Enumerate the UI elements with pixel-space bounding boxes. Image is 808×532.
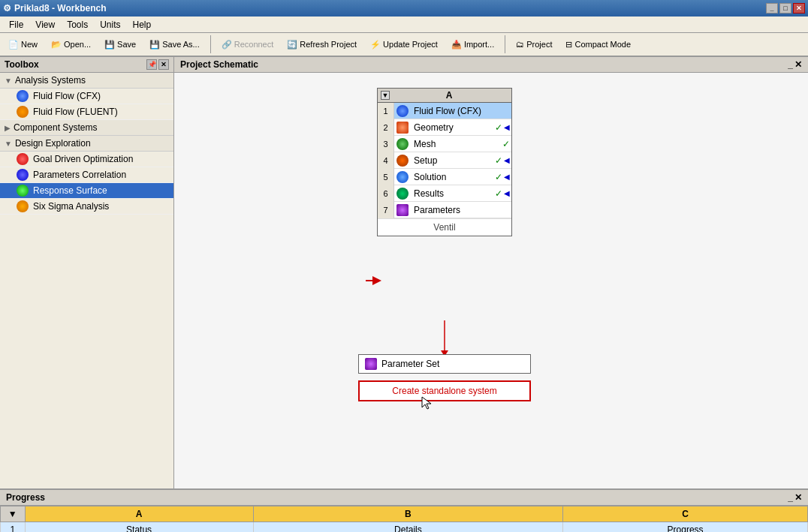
save-as-button[interactable]: 💾 Save As... (144, 38, 205, 52)
save-icon: 💾 (104, 40, 115, 50)
component-systems-section: ▶ Component Systems (0, 120, 173, 136)
menu-units[interactable]: Units (94, 18, 126, 32)
progress-cell-status: Status (25, 522, 253, 533)
create-standalone-label: Create standalone system (392, 386, 496, 396)
toolbox-item-params-correlation[interactable]: Parameters Correlation (0, 167, 173, 183)
titlebar: ⚙ Priklad8 - Workbench _ □ ✕ (0, 0, 808, 17)
system-row-4[interactable]: 4 Setup ✓ ◀ (378, 152, 511, 169)
progress-dropdown-header: ▼ (1, 506, 26, 522)
new-icon: 📄 (8, 40, 19, 50)
row-icon-mesh (396, 138, 409, 150)
system-row-7[interactable]: 7 Parameters (378, 202, 511, 218)
row-num-3: 3 (378, 136, 394, 152)
toolbox-item-cfx[interactable]: Fluid Flow (CFX) (0, 89, 173, 104)
system-row-6[interactable]: 6 Results ✓ ◀ (378, 185, 511, 202)
import-icon: 📥 (451, 40, 462, 50)
separator-2 (505, 35, 505, 53)
check-icon-5: ✓ (495, 172, 502, 182)
progress-minimize-button[interactable]: _ (788, 492, 793, 503)
design-exploration-label: Design Exploration (15, 138, 91, 149)
toolbox-item-response-surface[interactable]: Response Surface (0, 183, 173, 199)
window-controls: _ □ ✕ (766, 3, 805, 14)
reconnect-button[interactable]: 🔗 Reconnect (216, 38, 279, 52)
project-title: Project Schematic (180, 59, 258, 70)
cfx-icon (17, 90, 29, 102)
progress-table-row-1: 1 Status Details Progress (1, 522, 808, 533)
project-minimize-button[interactable]: _ (788, 59, 793, 70)
progress-row-num-1: 1 (1, 522, 26, 533)
close-button[interactable]: ✕ (793, 3, 805, 14)
new-button[interactable]: 📄 New (3, 38, 43, 52)
param-set-label: Parameter Set (381, 359, 439, 369)
menu-help[interactable]: Help (127, 18, 158, 32)
menu-file[interactable]: File (3, 18, 29, 32)
menu-tools[interactable]: Tools (61, 18, 94, 32)
system-row-3[interactable]: 3 Mesh ✓ (378, 136, 511, 152)
design-exploration-header[interactable]: ▼ Design Exploration (0, 136, 173, 152)
component-systems-header[interactable]: ▶ Component Systems (0, 120, 173, 136)
component-systems-label: Component Systems (14, 122, 97, 133)
save-button[interactable]: 💾 Save (99, 38, 141, 52)
arrow-icon-4: ◀ (504, 156, 510, 164)
params-correlation-label: Parameters Correlation (33, 170, 126, 180)
row-name-7: Parameters (411, 205, 511, 215)
maximize-button[interactable]: □ (779, 3, 791, 14)
analysis-systems-header[interactable]: ▼ Analysis Systems (0, 73, 173, 89)
progress-table-header-row: ▼ A B C (1, 506, 808, 522)
app-title: Priklad8 - Workbench (14, 3, 106, 14)
menu-view[interactable]: View (29, 18, 61, 32)
project-header-controls: _ ✕ (788, 59, 802, 70)
row-icon-param (396, 204, 409, 216)
progress-close-button[interactable]: ✕ (794, 492, 802, 503)
cfx-label: Fluid Flow (CFX) (33, 91, 101, 101)
compact-mode-button[interactable]: ⊟ Compact Mode (560, 38, 636, 52)
progress-header: Progress _ ✕ (0, 490, 808, 506)
import-button[interactable]: 📥 Import... (446, 38, 499, 52)
title-area: ⚙ Priklad8 - Workbench (3, 3, 106, 14)
expand-icon-3: ▼ (5, 140, 12, 148)
reconnect-icon: 🔗 (222, 40, 232, 50)
separator-1 (210, 35, 211, 53)
response-surface-label: Response Surface (33, 185, 107, 196)
toolbox-controls: 📌 ✕ (146, 59, 169, 70)
system-row-1[interactable]: 1 Fluid Flow (CFX) (378, 103, 511, 119)
app-icon: ⚙ (3, 3, 11, 14)
progress-cell-progress: Progress (563, 522, 808, 533)
params-correlation-icon (17, 169, 29, 181)
toolbox-item-six-sigma[interactable]: Six Sigma Analysis (0, 199, 173, 215)
toolbox-pin-button[interactable]: 📌 (146, 59, 157, 70)
minimize-button[interactable]: _ (766, 3, 778, 14)
menubar: File View Tools Units Help (0, 17, 808, 33)
progress-header-controls: _ ✕ (788, 492, 802, 503)
update-button[interactable]: ⚡ Update Project (365, 38, 443, 52)
parameter-set-box[interactable]: Parameter Set (358, 354, 531, 374)
response-surface-icon (17, 185, 29, 197)
design-exploration-section: ▼ Design Exploration Goal Driven Optimiz… (0, 136, 173, 215)
refresh-button[interactable]: 🔄 Refresh Project (282, 38, 362, 52)
system-row-2[interactable]: 2 Geometry ✓ ◀ (378, 119, 511, 136)
row-num-2: 2 (378, 119, 394, 136)
project-close-button[interactable]: ✕ (794, 59, 802, 70)
toolbox-item-fluent[interactable]: Fluid Flow (FLUENT) (0, 104, 173, 120)
row-name-3: Mesh (411, 139, 502, 149)
arrow-icon-5: ◀ (504, 173, 510, 181)
progress-col-b-header: B (253, 506, 563, 522)
row-num-4: 4 (378, 152, 394, 169)
row-name-2: Geometry (411, 122, 495, 133)
toolbox-item-goal[interactable]: Goal Driven Optimization (0, 152, 173, 167)
row-icon-cfx (396, 105, 409, 117)
row-icon-geo (396, 122, 409, 134)
six-sigma-icon (17, 200, 29, 212)
system-a-collapse[interactable]: ▼ (381, 91, 390, 100)
system-row-5[interactable]: 5 Solution ✓ ◀ (378, 169, 511, 185)
progress-table: ▼ A B C 1 Status Details Progress (0, 506, 808, 532)
goal-icon (17, 153, 29, 165)
create-standalone-system-box[interactable]: Create standalone system (358, 380, 531, 401)
toolbox-close-button[interactable]: ✕ (158, 59, 169, 70)
goal-label: Goal Driven Optimization (33, 154, 133, 164)
project-button[interactable]: 🗂 Project (511, 38, 557, 51)
analysis-systems-label: Analysis Systems (15, 75, 86, 86)
progress-col-c-header: C (563, 506, 808, 522)
open-button[interactable]: 📂 Open... (46, 38, 96, 52)
row-icon-results (396, 188, 409, 200)
